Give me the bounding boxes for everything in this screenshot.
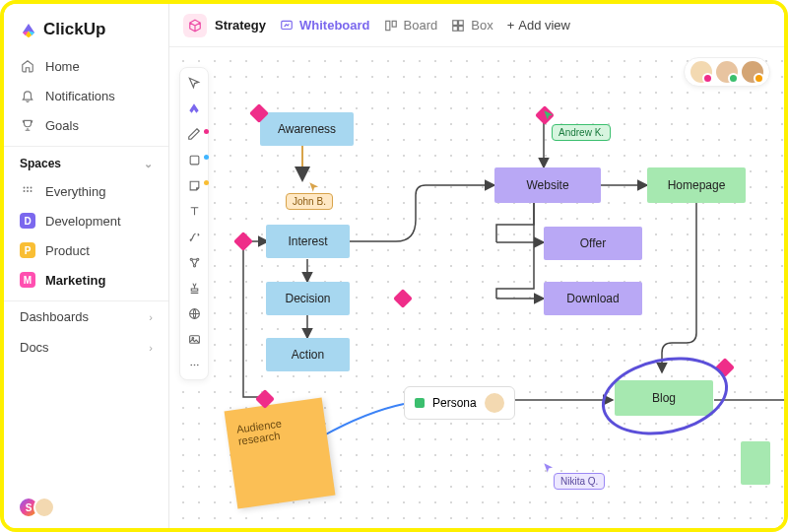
svg-rect-13	[190, 156, 199, 165]
svg-point-15	[196, 258, 198, 260]
space-product[interactable]: P Product	[4, 235, 168, 265]
svg-point-14	[190, 258, 192, 260]
nav-notifications[interactable]: Notifications	[4, 81, 168, 110]
node-offer[interactable]: Offer	[544, 227, 642, 260]
space-marketing-badge: M	[20, 272, 35, 288]
node-website[interactable]: Website	[494, 167, 601, 203]
nav-home[interactable]: Home	[4, 51, 168, 81]
avatar: .av:nth-child(1)::after{background:#ef2d…	[690, 61, 712, 83]
persona-avatar	[485, 393, 504, 413]
user-tag-john: John B.	[286, 193, 333, 210]
sticky-color-dot	[204, 180, 209, 185]
node-awareness[interactable]: Awareness	[260, 112, 354, 146]
space-product-badge: P	[20, 242, 35, 258]
clickup-tool[interactable]	[185, 100, 203, 117]
chevron-right-icon: ›	[149, 311, 153, 323]
svg-point-1	[27, 187, 29, 189]
svg-point-4	[27, 190, 29, 192]
avatar: .av:nth-child(2)::after{background:#3bbf…	[716, 61, 738, 83]
persona-status-dot	[415, 398, 425, 408]
cursor-nikita	[542, 461, 554, 473]
svg-rect-10	[459, 20, 464, 25]
connector-handle[interactable]	[233, 232, 253, 251]
view-box[interactable]: Box	[451, 18, 492, 33]
view-board[interactable]: Board	[384, 18, 438, 33]
node-partial[interactable]	[741, 441, 770, 485]
sticky-note[interactable]: Audience research	[225, 398, 336, 509]
text-tool[interactable]	[185, 202, 203, 220]
home-icon	[20, 58, 35, 74]
node-homepage[interactable]: Homepage	[647, 167, 746, 203]
user-tag-nikita: Nikita Q.	[554, 473, 605, 490]
image-tool[interactable]	[185, 330, 203, 348]
connector-handle[interactable]	[393, 289, 413, 308]
plus-icon: +	[507, 18, 515, 33]
connector-tool[interactable]	[185, 228, 203, 245]
stamp-tool[interactable]	[185, 279, 203, 297]
nav-goals[interactable]: Goals	[4, 110, 168, 140]
section-dashboards[interactable]: Dashboards ›	[4, 300, 168, 332]
user-tag-andrew: Andrew K.	[552, 124, 611, 141]
trophy-icon	[20, 117, 35, 133]
connector-handle[interactable]	[715, 358, 735, 377]
breadcrumb-label: Strategy	[215, 18, 266, 33]
bell-icon	[20, 88, 35, 103]
chevron-down-icon: ⌄	[144, 158, 153, 170]
space-everything-label: Everything	[45, 184, 105, 199]
view-board-label: Board	[404, 18, 438, 33]
relationship-tool[interactable]	[185, 253, 203, 271]
node-persona[interactable]: Persona	[404, 386, 515, 420]
view-whiteboard-label: Whiteboard	[299, 18, 370, 33]
avatar: .av:nth-child(3)::after{background:#f59e…	[742, 61, 763, 83]
spaces-header[interactable]: Spaces ⌄	[4, 146, 168, 176]
web-tool[interactable]	[185, 304, 203, 322]
svg-rect-8	[392, 21, 396, 27]
presence-avatar	[33, 497, 55, 518]
shape-tool[interactable]	[185, 151, 203, 168]
presence-stack[interactable]: S	[18, 497, 55, 518]
chevron-right-icon: ›	[149, 342, 153, 354]
topbar: Strategy Whiteboard Board Box + Add view	[169, 4, 784, 47]
canvas-toolbar	[179, 67, 209, 380]
section-docs-label: Docs	[20, 340, 49, 355]
main: Strategy Whiteboard Board Box + Add view	[169, 4, 784, 528]
svg-point-2	[31, 187, 33, 189]
space-development[interactable]: D Development	[4, 206, 168, 235]
persona-label: Persona	[432, 396, 477, 410]
svg-rect-11	[453, 26, 458, 31]
whiteboard-icon	[280, 19, 294, 33]
section-docs[interactable]: Docs ›	[4, 332, 168, 363]
select-tool[interactable]	[185, 74, 203, 92]
clickup-logo-icon	[20, 21, 37, 38]
svg-point-16	[193, 264, 195, 266]
section-dashboards-label: Dashboards	[20, 309, 89, 324]
svg-point-22	[196, 364, 198, 366]
whiteboard-canvas[interactable]: .av:nth-child(1)::after{background:#ef2d…	[169, 47, 784, 528]
view-whiteboard[interactable]: Whiteboard	[280, 18, 370, 33]
logo[interactable]: ClickUp	[4, 16, 168, 51]
space-development-badge: D	[20, 213, 35, 229]
brand-name: ClickUp	[43, 20, 105, 39]
cube-icon	[183, 14, 207, 37]
more-tool[interactable]	[185, 356, 203, 373]
add-view-button[interactable]: + Add view	[507, 18, 570, 33]
add-view-label: Add view	[518, 18, 570, 33]
svg-point-5	[31, 190, 33, 192]
space-everything[interactable]: Everything	[4, 176, 168, 206]
node-download[interactable]: Download	[544, 282, 642, 315]
node-action[interactable]: Action	[266, 338, 350, 371]
space-marketing[interactable]: M Marketing	[4, 265, 168, 295]
spaces-header-label: Spaces	[20, 157, 61, 170]
cursor-andrew	[542, 108, 554, 120]
sticky-tool[interactable]	[185, 176, 203, 194]
node-interest[interactable]: Interest	[266, 225, 350, 258]
node-blog[interactable]: Blog	[615, 380, 713, 416]
grid-icon	[20, 183, 35, 199]
pen-tool[interactable]	[185, 125, 203, 143]
board-icon	[384, 19, 398, 33]
breadcrumb[interactable]: Strategy	[183, 14, 266, 37]
nav-goals-label: Goals	[45, 118, 79, 133]
node-decision[interactable]: Decision	[266, 282, 350, 315]
view-box-label: Box	[471, 18, 492, 33]
collaborator-avatars[interactable]: .av:nth-child(1)::after{background:#ef2d…	[684, 57, 770, 87]
